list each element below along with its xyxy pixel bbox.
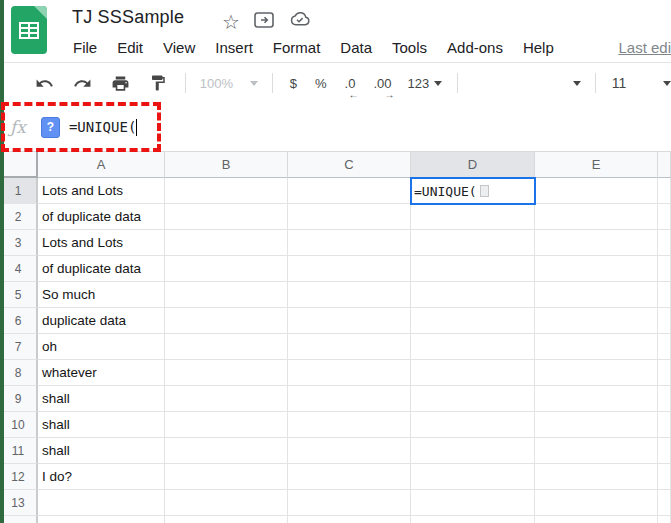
cell-B1[interactable] bbox=[165, 178, 288, 204]
star-icon[interactable]: ☆ bbox=[222, 12, 240, 32]
cell-D13[interactable] bbox=[411, 490, 535, 516]
cell-C14[interactable] bbox=[288, 516, 411, 523]
cell-E9[interactable] bbox=[535, 386, 658, 412]
menu-item-file[interactable]: File bbox=[63, 39, 107, 56]
cell-D11[interactable] bbox=[411, 438, 535, 464]
menu-item-format[interactable]: Format bbox=[263, 39, 331, 56]
cell-A12[interactable]: I do? bbox=[38, 464, 165, 490]
cell-F6[interactable] bbox=[658, 308, 671, 334]
column-header-E[interactable]: E bbox=[535, 152, 658, 178]
cell-B3[interactable] bbox=[165, 230, 288, 256]
cell-F8[interactable] bbox=[658, 360, 671, 386]
cell-D9[interactable] bbox=[411, 386, 535, 412]
cell-C11[interactable] bbox=[288, 438, 411, 464]
menu-item-insert[interactable]: Insert bbox=[205, 39, 263, 56]
cell-B14[interactable] bbox=[165, 516, 288, 523]
cell-F13[interactable] bbox=[658, 490, 671, 516]
cell-F11[interactable] bbox=[658, 438, 671, 464]
cell-A4[interactable]: of duplicate data bbox=[38, 256, 165, 282]
row-header-7[interactable]: 7 bbox=[0, 334, 38, 360]
cell-F10[interactable] bbox=[658, 412, 671, 438]
cell-A7[interactable]: oh bbox=[38, 334, 165, 360]
menu-item-view[interactable]: View bbox=[153, 39, 205, 56]
cell-E10[interactable] bbox=[535, 412, 658, 438]
cell-F2[interactable] bbox=[658, 204, 671, 230]
cell-F3[interactable] bbox=[658, 230, 671, 256]
cell-E8[interactable] bbox=[535, 360, 658, 386]
cell-C13[interactable] bbox=[288, 490, 411, 516]
cell-D2[interactable] bbox=[411, 204, 535, 230]
cell-E7[interactable] bbox=[535, 334, 658, 360]
cell-A6[interactable]: duplicate data bbox=[38, 308, 165, 334]
cell-B11[interactable] bbox=[165, 438, 288, 464]
cell-B7[interactable] bbox=[165, 334, 288, 360]
decrease-decimal-button[interactable]: .0 ← bbox=[345, 76, 356, 91]
row-header-10[interactable]: 10 bbox=[0, 412, 38, 438]
cell-A14[interactable] bbox=[38, 516, 165, 523]
row-header-1[interactable]: 1 bbox=[0, 178, 38, 204]
column-header-C[interactable]: C bbox=[288, 152, 411, 178]
cell-E11[interactable] bbox=[535, 438, 658, 464]
row-header-6[interactable]: 6 bbox=[0, 308, 38, 334]
formula-bar[interactable]: ƒx ? =UNIQUE( bbox=[0, 103, 671, 152]
cell-D5[interactable] bbox=[411, 282, 535, 308]
cell-C5[interactable] bbox=[288, 282, 411, 308]
cell-E13[interactable] bbox=[535, 490, 658, 516]
column-header-B[interactable]: B bbox=[165, 152, 288, 178]
cell-A13[interactable] bbox=[38, 490, 165, 516]
menu-item-edit[interactable]: Edit bbox=[107, 39, 153, 56]
cell-E6[interactable] bbox=[535, 308, 658, 334]
column-header-D[interactable]: D bbox=[411, 152, 535, 178]
cell-A11[interactable]: shall bbox=[38, 438, 165, 464]
undo-button[interactable] bbox=[33, 71, 57, 95]
cell-B9[interactable] bbox=[165, 386, 288, 412]
cell-A5[interactable]: So much bbox=[38, 282, 165, 308]
menu-item-help[interactable]: Help bbox=[513, 39, 564, 56]
format-currency-button[interactable]: $ bbox=[290, 76, 297, 91]
cell-D3[interactable] bbox=[411, 230, 535, 256]
cell-D12[interactable] bbox=[411, 464, 535, 490]
cell-C2[interactable] bbox=[288, 204, 411, 230]
cell-B12[interactable] bbox=[165, 464, 288, 490]
cell-F12[interactable] bbox=[658, 464, 671, 490]
number-format-dropdown[interactable]: 123 bbox=[408, 76, 443, 91]
last-edit-link[interactable]: Last edi bbox=[618, 39, 671, 56]
active-cell-editor-D1[interactable]: =UNIQUE( bbox=[410, 177, 536, 205]
cell-C7[interactable] bbox=[288, 334, 411, 360]
cell-D4[interactable] bbox=[411, 256, 535, 282]
sheets-logo-icon[interactable] bbox=[11, 6, 47, 54]
cell-E12[interactable] bbox=[535, 464, 658, 490]
cell-B13[interactable] bbox=[165, 490, 288, 516]
cell-B5[interactable] bbox=[165, 282, 288, 308]
cell-B2[interactable] bbox=[165, 204, 288, 230]
cell-A8[interactable]: whatever bbox=[38, 360, 165, 386]
cell-C12[interactable] bbox=[288, 464, 411, 490]
row-header-3[interactable]: 3 bbox=[0, 230, 38, 256]
cell-A3[interactable]: Lots and Lots bbox=[38, 230, 165, 256]
row-header-14[interactable]: 14 bbox=[0, 516, 38, 523]
cell-D10[interactable] bbox=[411, 412, 535, 438]
cell-A1[interactable]: Lots and Lots bbox=[38, 178, 165, 204]
cell-A10[interactable]: shall bbox=[38, 412, 165, 438]
zoom-dropdown[interactable]: 100% bbox=[200, 76, 258, 91]
cell-E1[interactable] bbox=[535, 178, 658, 204]
cell-E4[interactable] bbox=[535, 256, 658, 282]
column-header-A[interactable]: A bbox=[38, 152, 165, 178]
cell-B10[interactable] bbox=[165, 412, 288, 438]
menu-item-data[interactable]: Data bbox=[330, 39, 382, 56]
print-button[interactable] bbox=[108, 71, 132, 95]
cell-F5[interactable] bbox=[658, 282, 671, 308]
cell-C9[interactable] bbox=[288, 386, 411, 412]
formula-help-icon[interactable]: ? bbox=[41, 117, 60, 138]
cell-D7[interactable] bbox=[411, 334, 535, 360]
cell-F4[interactable] bbox=[658, 256, 671, 282]
cell-F9[interactable] bbox=[658, 386, 671, 412]
cell-C4[interactable] bbox=[288, 256, 411, 282]
cell-A9[interactable]: shall bbox=[38, 386, 165, 412]
move-folder-icon[interactable] bbox=[254, 12, 274, 32]
cell-F14[interactable] bbox=[658, 516, 671, 523]
row-header-8[interactable]: 8 bbox=[0, 360, 38, 386]
font-family-dropdown[interactable] bbox=[472, 71, 581, 95]
cell-F1[interactable] bbox=[658, 178, 671, 204]
row-header-12[interactable]: 12 bbox=[0, 464, 38, 490]
